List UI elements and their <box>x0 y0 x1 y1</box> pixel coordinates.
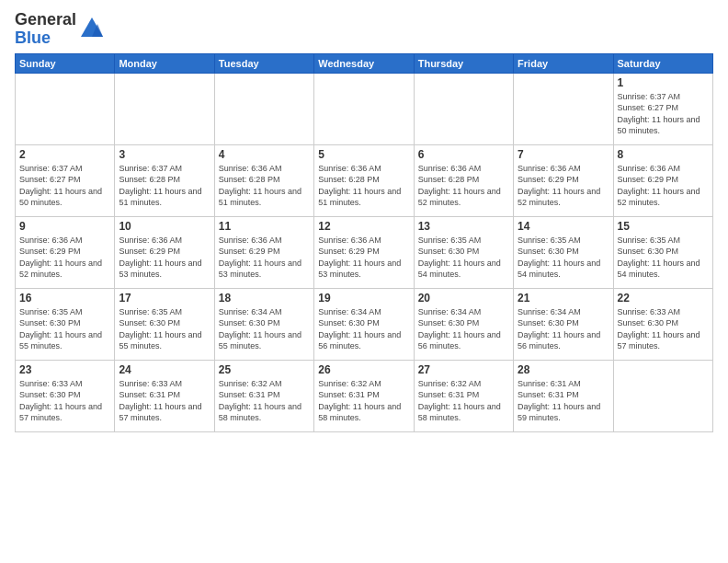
calendar-cell: 8Sunrise: 6:36 AM Sunset: 6:29 PM Daylig… <box>613 144 712 216</box>
day-number: 28 <box>518 363 609 376</box>
day-number: 14 <box>518 220 609 233</box>
day-info: Sunrise: 6:33 AM Sunset: 6:30 PM Dayligh… <box>618 306 709 352</box>
day-info: Sunrise: 6:36 AM Sunset: 6:29 PM Dayligh… <box>119 235 210 281</box>
day-info: Sunrise: 6:36 AM Sunset: 6:28 PM Dayligh… <box>418 163 509 209</box>
calendar-cell: 1Sunrise: 6:37 AM Sunset: 6:27 PM Daylig… <box>613 73 712 144</box>
calendar-week-row: 23Sunrise: 6:33 AM Sunset: 6:30 PM Dayli… <box>16 360 713 431</box>
day-number: 7 <box>518 148 609 161</box>
day-number: 20 <box>418 292 509 304</box>
calendar-cell: 4Sunrise: 6:36 AM Sunset: 6:28 PM Daylig… <box>214 144 313 216</box>
calendar-header-row: SundayMondayTuesdayWednesdayThursdayFrid… <box>16 53 713 73</box>
page: General Blue SundayMondayTuesdayWednesda… <box>0 0 728 563</box>
day-info: Sunrise: 6:36 AM Sunset: 6:29 PM Dayligh… <box>518 163 609 209</box>
calendar-cell: 3Sunrise: 6:37 AM Sunset: 6:28 PM Daylig… <box>115 144 214 216</box>
day-number: 9 <box>19 220 110 233</box>
logo-area: General Blue <box>15 11 105 48</box>
calendar-cell <box>115 73 214 144</box>
calendar-cell: 13Sunrise: 6:35 AM Sunset: 6:30 PM Dayli… <box>414 216 513 288</box>
day-info: Sunrise: 6:34 AM Sunset: 6:30 PM Dayligh… <box>219 306 310 352</box>
calendar-cell: 23Sunrise: 6:33 AM Sunset: 6:30 PM Dayli… <box>16 360 115 431</box>
day-number: 13 <box>418 220 509 233</box>
calendar-cell: 20Sunrise: 6:34 AM Sunset: 6:30 PM Dayli… <box>414 288 513 360</box>
col-header-tuesday: Tuesday <box>214 53 313 73</box>
day-info: Sunrise: 6:32 AM Sunset: 6:31 PM Dayligh… <box>219 378 310 424</box>
day-info: Sunrise: 6:37 AM Sunset: 6:27 PM Dayligh… <box>19 163 110 209</box>
day-info: Sunrise: 6:32 AM Sunset: 6:31 PM Dayligh… <box>318 378 409 424</box>
calendar-cell: 11Sunrise: 6:36 AM Sunset: 6:29 PM Dayli… <box>214 216 313 288</box>
calendar-cell: 15Sunrise: 6:35 AM Sunset: 6:30 PM Dayli… <box>613 216 712 288</box>
calendar-cell: 21Sunrise: 6:34 AM Sunset: 6:30 PM Dayli… <box>514 288 613 360</box>
day-number: 12 <box>318 220 409 233</box>
day-number: 26 <box>318 363 409 376</box>
calendar-cell: 17Sunrise: 6:35 AM Sunset: 6:30 PM Dayli… <box>115 288 214 360</box>
calendar-week-row: 1Sunrise: 6:37 AM Sunset: 6:27 PM Daylig… <box>16 73 713 144</box>
calendar-cell <box>414 73 513 144</box>
calendar-cell: 2Sunrise: 6:37 AM Sunset: 6:27 PM Daylig… <box>16 144 115 216</box>
day-number: 19 <box>318 292 409 304</box>
calendar-cell: 16Sunrise: 6:35 AM Sunset: 6:30 PM Dayli… <box>16 288 115 360</box>
calendar-cell: 19Sunrise: 6:34 AM Sunset: 6:30 PM Dayli… <box>314 288 414 360</box>
day-info: Sunrise: 6:36 AM Sunset: 6:29 PM Dayligh… <box>318 235 409 281</box>
day-number: 15 <box>618 220 709 233</box>
calendar-cell: 22Sunrise: 6:33 AM Sunset: 6:30 PM Dayli… <box>613 288 712 360</box>
calendar-cell <box>16 73 115 144</box>
day-number: 8 <box>618 148 709 161</box>
day-info: Sunrise: 6:36 AM Sunset: 6:29 PM Dayligh… <box>618 163 709 209</box>
calendar-cell <box>514 73 613 144</box>
day-info: Sunrise: 6:36 AM Sunset: 6:28 PM Dayligh… <box>219 163 310 209</box>
day-number: 16 <box>19 292 110 304</box>
day-info: Sunrise: 6:37 AM Sunset: 6:28 PM Dayligh… <box>119 163 210 209</box>
calendar-cell: 26Sunrise: 6:32 AM Sunset: 6:31 PM Dayli… <box>314 360 414 431</box>
day-number: 23 <box>19 363 110 376</box>
col-header-thursday: Thursday <box>414 53 513 73</box>
calendar-cell <box>613 360 712 431</box>
calendar-cell: 12Sunrise: 6:36 AM Sunset: 6:29 PM Dayli… <box>314 216 414 288</box>
day-number: 11 <box>219 220 310 233</box>
calendar-cell: 5Sunrise: 6:36 AM Sunset: 6:28 PM Daylig… <box>314 144 414 216</box>
day-info: Sunrise: 6:35 AM Sunset: 6:30 PM Dayligh… <box>618 235 709 281</box>
day-info: Sunrise: 6:35 AM Sunset: 6:30 PM Dayligh… <box>119 306 210 352</box>
calendar-table: SundayMondayTuesdayWednesdayThursdayFrid… <box>15 53 713 432</box>
col-header-saturday: Saturday <box>613 53 712 73</box>
day-info: Sunrise: 6:37 AM Sunset: 6:27 PM Dayligh… <box>618 91 709 137</box>
calendar-cell: 24Sunrise: 6:33 AM Sunset: 6:31 PM Dayli… <box>115 360 214 431</box>
col-header-sunday: Sunday <box>16 53 115 73</box>
calendar-week-row: 16Sunrise: 6:35 AM Sunset: 6:30 PM Dayli… <box>16 288 713 360</box>
day-info: Sunrise: 6:31 AM Sunset: 6:31 PM Dayligh… <box>518 378 609 424</box>
col-header-monday: Monday <box>115 53 214 73</box>
calendar-cell: 6Sunrise: 6:36 AM Sunset: 6:28 PM Daylig… <box>414 144 513 216</box>
day-number: 1 <box>618 76 709 89</box>
day-info: Sunrise: 6:35 AM Sunset: 6:30 PM Dayligh… <box>19 306 110 352</box>
day-number: 5 <box>318 148 409 161</box>
day-number: 27 <box>418 363 509 376</box>
logo-blue-text: Blue <box>15 29 76 48</box>
day-number: 22 <box>618 292 709 304</box>
day-number: 10 <box>119 220 210 233</box>
day-number: 17 <box>119 292 210 304</box>
day-info: Sunrise: 6:34 AM Sunset: 6:30 PM Dayligh… <box>318 306 409 352</box>
day-info: Sunrise: 6:36 AM Sunset: 6:29 PM Dayligh… <box>19 235 110 281</box>
calendar-cell: 28Sunrise: 6:31 AM Sunset: 6:31 PM Dayli… <box>514 360 613 431</box>
calendar-cell: 9Sunrise: 6:36 AM Sunset: 6:29 PM Daylig… <box>16 216 115 288</box>
calendar-cell: 7Sunrise: 6:36 AM Sunset: 6:29 PM Daylig… <box>514 144 613 216</box>
day-info: Sunrise: 6:34 AM Sunset: 6:30 PM Dayligh… <box>518 306 609 352</box>
day-number: 25 <box>219 363 310 376</box>
calendar-cell: 18Sunrise: 6:34 AM Sunset: 6:30 PM Dayli… <box>214 288 313 360</box>
logo-general-text: General <box>15 11 76 29</box>
col-header-wednesday: Wednesday <box>314 53 414 73</box>
day-info: Sunrise: 6:36 AM Sunset: 6:28 PM Dayligh… <box>318 163 409 209</box>
calendar-cell <box>314 73 414 144</box>
day-number: 3 <box>119 148 210 161</box>
calendar-cell: 10Sunrise: 6:36 AM Sunset: 6:29 PM Dayli… <box>115 216 214 288</box>
day-number: 2 <box>19 148 110 161</box>
day-info: Sunrise: 6:33 AM Sunset: 6:31 PM Dayligh… <box>119 378 210 424</box>
day-info: Sunrise: 6:35 AM Sunset: 6:30 PM Dayligh… <box>418 235 509 281</box>
logo-icon <box>79 15 105 40</box>
day-info: Sunrise: 6:34 AM Sunset: 6:30 PM Dayligh… <box>418 306 509 352</box>
calendar-week-row: 2Sunrise: 6:37 AM Sunset: 6:27 PM Daylig… <box>16 144 713 216</box>
day-info: Sunrise: 6:36 AM Sunset: 6:29 PM Dayligh… <box>219 235 310 281</box>
calendar-week-row: 9Sunrise: 6:36 AM Sunset: 6:29 PM Daylig… <box>16 216 713 288</box>
header: General Blue <box>15 11 713 48</box>
day-info: Sunrise: 6:32 AM Sunset: 6:31 PM Dayligh… <box>418 378 509 424</box>
day-info: Sunrise: 6:33 AM Sunset: 6:30 PM Dayligh… <box>19 378 110 424</box>
